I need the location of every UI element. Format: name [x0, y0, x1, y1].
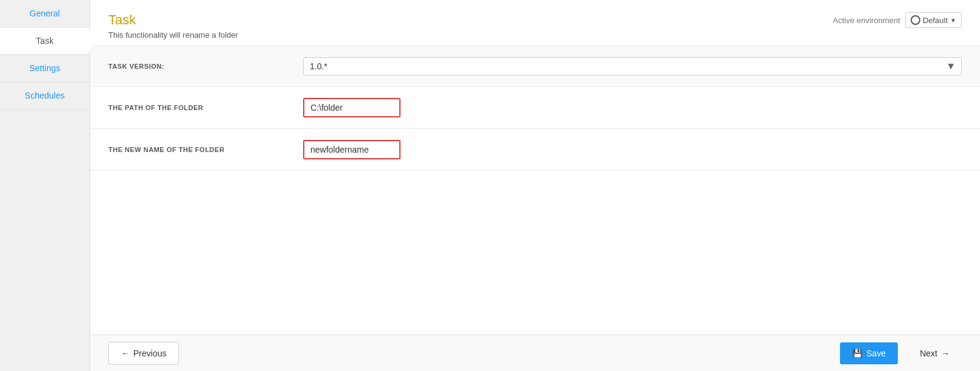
next-button[interactable]: Next →: [908, 342, 962, 364]
folder-path-input-area: [303, 98, 962, 117]
save-icon: 💾: [852, 348, 863, 358]
sidebar-item-schedules[interactable]: Schedules: [0, 82, 89, 109]
form-area: TASK VERSION: 1.0.* ▼ THE PATH OF THE FO…: [90, 46, 980, 335]
environment-dropdown[interactable]: Default ▼: [905, 12, 962, 28]
env-value: Default: [923, 16, 948, 25]
folder-name-row: THE NEW NAME OF THE FOLDER: [90, 129, 980, 171]
version-select[interactable]: 1.0.*: [303, 57, 962, 75]
sidebar-item-general[interactable]: General: [0, 0, 89, 27]
environment-section: Active environment Default ▼: [833, 12, 962, 28]
content-header: Task This functionality will rename a fo…: [90, 0, 980, 46]
page-subtitle: This functionality will rename a folder: [108, 30, 238, 40]
footer-right: 💾 Save Next →: [840, 342, 962, 364]
arrow-right-icon: →: [941, 348, 950, 358]
sidebar-item-settings[interactable]: Settings: [0, 55, 89, 82]
sidebar-item-task[interactable]: Task: [0, 27, 89, 55]
version-select-wrapper: 1.0.* ▼: [303, 57, 962, 75]
folder-path-row: THE PATH OF THE FOLDER: [90, 87, 980, 129]
chevron-down-icon: ▼: [950, 17, 956, 24]
globe-icon: [911, 15, 920, 25]
previous-button[interactable]: ← Previous: [108, 342, 179, 365]
page-title: Task: [108, 12, 238, 28]
env-label: Active environment: [833, 16, 900, 25]
task-version-row: TASK VERSION: 1.0.* ▼: [90, 46, 980, 87]
main-content: Task This functionality will rename a fo…: [90, 0, 980, 371]
folder-path-input[interactable]: [303, 98, 401, 117]
save-button[interactable]: 💾 Save: [840, 342, 898, 364]
folder-name-input[interactable]: [303, 140, 401, 159]
folder-name-label: THE NEW NAME OF THE FOLDER: [108, 146, 303, 153]
header-left: Task This functionality will rename a fo…: [108, 12, 238, 40]
footer: ← Previous 💾 Save Next →: [90, 335, 980, 371]
sidebar: General Task Settings Schedules: [0, 0, 90, 371]
folder-name-input-area: [303, 140, 962, 159]
folder-path-label: THE PATH OF THE FOLDER: [108, 104, 303, 111]
arrow-left-icon: ←: [121, 348, 130, 358]
task-version-label: TASK VERSION:: [108, 63, 303, 70]
